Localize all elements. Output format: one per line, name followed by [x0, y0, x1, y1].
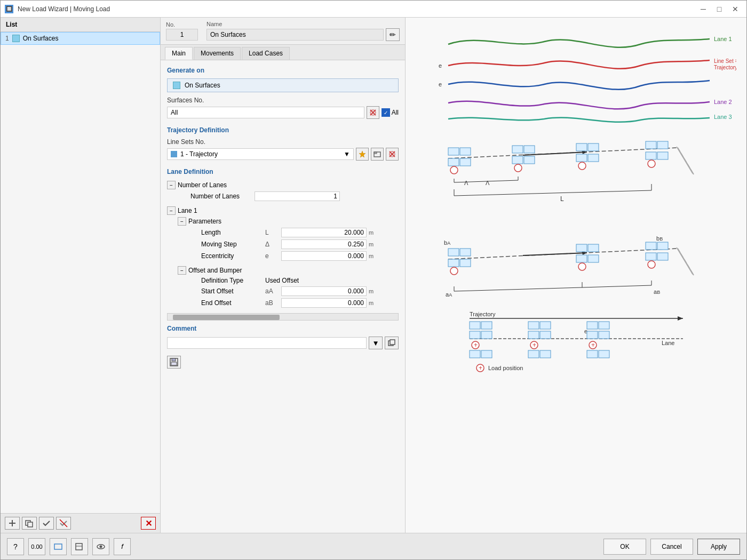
- list-item-number: 1: [5, 35, 9, 42]
- moving-step-row: Moving Step Δ m: [178, 238, 399, 250]
- tab-main[interactable]: Main: [165, 47, 193, 60]
- start-offset-row: Start Offset aA m: [178, 285, 399, 297]
- comment-section: Comment ▼: [167, 325, 399, 349]
- surface-tool-button[interactable]: [50, 538, 67, 555]
- svg-text:Lane 2: Lane 2: [714, 99, 732, 105]
- svg-rect-120: [599, 350, 609, 358]
- eccentricity-row: Eccentricity e m: [178, 250, 399, 262]
- comment-dropdown-button[interactable]: ▼: [369, 337, 383, 349]
- collapse-num-lanes[interactable]: −: [167, 181, 176, 189]
- svg-rect-31: [460, 148, 471, 155]
- comment-copy-button[interactable]: [385, 337, 399, 349]
- list-item[interactable]: 1 On Surfaces: [1, 32, 160, 45]
- moving-step-unit: m: [369, 241, 374, 247]
- help-button[interactable]: ?: [7, 538, 24, 555]
- collapse-params[interactable]: −: [178, 217, 186, 226]
- generate-on-value: On Surfaces: [185, 82, 220, 89]
- line-set-icon: [171, 151, 177, 157]
- tag-button[interactable]: [71, 538, 88, 555]
- edit-name-button[interactable]: ✏: [386, 28, 400, 41]
- svg-rect-74: [588, 255, 599, 262]
- svg-rect-76: [657, 253, 668, 260]
- save-button[interactable]: [167, 356, 181, 369]
- num-lanes-field[interactable]: [255, 191, 340, 201]
- svg-rect-70: [657, 242, 668, 250]
- svg-rect-99: [528, 322, 539, 329]
- svg-text:e: e: [439, 62, 442, 69]
- line-sets-label: Line Sets No.: [167, 138, 399, 146]
- main-window: 🔲 New Load Wizard | Moving Load ─ □ ✕ Li…: [0, 0, 747, 560]
- svg-point-79: [648, 261, 655, 268]
- def-type-value: Used Offset: [265, 277, 299, 284]
- svg-line-90: [677, 247, 693, 274]
- svg-point-77: [450, 267, 458, 275]
- collapse-offset[interactable]: −: [178, 266, 186, 275]
- svg-point-49: [648, 160, 655, 167]
- bottom-bar: ? 0.00 f OK Cancel Apply: [1, 533, 746, 559]
- duplicate-button[interactable]: [22, 517, 37, 530]
- check-button[interactable]: [39, 517, 54, 530]
- close-button[interactable]: ✕: [728, 3, 742, 15]
- svg-rect-117: [528, 350, 539, 358]
- svg-rect-107: [587, 331, 598, 339]
- tab-load-cases[interactable]: Load Cases: [242, 47, 290, 60]
- tab-movements[interactable]: Movements: [194, 47, 241, 60]
- line-sets-clear-button[interactable]: [386, 148, 399, 161]
- no-field[interactable]: [166, 29, 198, 41]
- line-sets-select[interactable]: 1 - Trajectory ▼: [167, 148, 354, 160]
- minimize-button[interactable]: ─: [696, 3, 710, 15]
- line-sets-browse-button[interactable]: [371, 148, 384, 161]
- surfaces-clear-button[interactable]: [367, 106, 379, 119]
- comment-row: ▼: [167, 337, 399, 349]
- maximize-button[interactable]: □: [712, 3, 726, 15]
- collapse-lane1[interactable]: −: [167, 206, 176, 215]
- comment-field[interactable]: [167, 337, 367, 349]
- zero-button[interactable]: 0.00: [28, 538, 45, 555]
- moving-step-label: Moving Step: [201, 241, 265, 248]
- start-offset-label: Start Offset: [201, 287, 265, 295]
- all-checkbox[interactable]: All: [382, 108, 399, 117]
- end-offset-row: End Offset aB m: [178, 297, 399, 309]
- svg-rect-43: [588, 154, 599, 162]
- svg-rect-118: [540, 350, 551, 358]
- horizontal-scrollbar[interactable]: [167, 313, 399, 321]
- svg-text:Lane 1: Lane 1: [714, 36, 732, 42]
- scrollbar-thumb[interactable]: [173, 315, 280, 320]
- start-offset-field[interactable]: [281, 286, 367, 296]
- svg-rect-33: [524, 146, 535, 153]
- list-item-label: On Surfaces: [23, 35, 59, 42]
- eye-button[interactable]: [92, 538, 109, 555]
- delete-button[interactable]: ✕: [141, 517, 156, 530]
- svg-rect-104: [481, 331, 492, 339]
- svg-rect-105: [528, 331, 539, 339]
- diagram-content: e e Lane 1 Line Set = Trajectory Definit…: [406, 18, 746, 533]
- all-checkbox-box[interactable]: [382, 108, 390, 117]
- svg-rect-101: [587, 322, 598, 329]
- svg-text:L: L: [560, 195, 564, 203]
- no-section: No.: [166, 21, 198, 41]
- name-field[interactable]: [206, 29, 384, 41]
- svg-rect-37: [657, 141, 668, 149]
- apply-button[interactable]: Apply: [697, 539, 740, 555]
- cancel-button[interactable]: Cancel: [650, 539, 693, 555]
- ok-button[interactable]: OK: [603, 539, 646, 555]
- line-sets-star-button[interactable]: [356, 148, 369, 161]
- svg-rect-44: [646, 152, 656, 159]
- new-item-button[interactable]: [5, 517, 20, 530]
- lane-diagram-mid-bot: bA bB aA aB: [416, 219, 736, 305]
- app-icon: 🔲: [5, 5, 13, 13]
- surfaces-field[interactable]: [167, 107, 364, 118]
- svg-rect-10: [374, 152, 377, 154]
- end-offset-field[interactable]: [281, 298, 367, 308]
- svg-rect-125: [76, 543, 82, 550]
- formula-button[interactable]: f: [114, 538, 131, 555]
- start-offset-unit: m: [369, 288, 374, 294]
- eccentricity-field[interactable]: [281, 251, 367, 261]
- generate-on-field[interactable]: On Surfaces: [167, 78, 399, 92]
- length-field[interactable]: [281, 228, 367, 237]
- check2-button[interactable]: [56, 517, 71, 530]
- svg-marker-8: [359, 151, 365, 157]
- svg-rect-108: [599, 331, 609, 339]
- moving-step-field[interactable]: [281, 239, 367, 249]
- dropdown-arrow-icon: ▼: [344, 150, 350, 158]
